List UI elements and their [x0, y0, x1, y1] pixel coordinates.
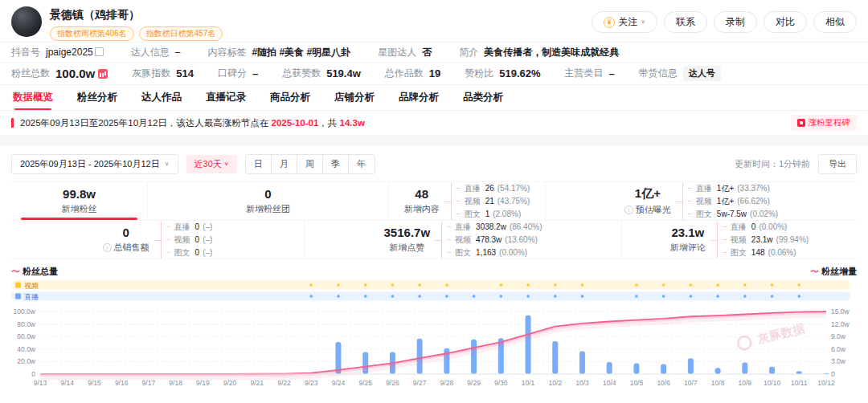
tab-category-analysis[interactable]: 品类分析	[463, 85, 503, 110]
svg-text:9/13: 9/13	[34, 379, 47, 387]
filter-controls: 2025年09月13日 - 2025年10月12日 ∨ 近30天 ∨ 日 月 周…	[11, 153, 857, 174]
svg-text:9/20: 9/20	[223, 379, 237, 387]
svg-text:3.0w: 3.0w	[831, 357, 846, 365]
period-year[interactable]: 年	[349, 155, 375, 173]
export-button[interactable]: 导出	[818, 154, 857, 174]
svg-text:10/9: 10/9	[739, 379, 752, 387]
milestone-button[interactable]: 涨粉里程碑	[791, 115, 858, 131]
compare-button[interactable]: 对比	[764, 11, 807, 33]
card-new-likes[interactable]: 3516.7w新增点赞 直播3038.2w(86.40%) 视频478.3w(1…	[305, 221, 622, 258]
key-stats-row: 粉丝总数100.0w 灰豚指数514 口碑分– 总获赞数519.4w 总作品数1…	[0, 63, 868, 85]
record-button[interactable]: 录制	[714, 11, 757, 33]
peak-date: 2025-10-01	[272, 118, 319, 128]
period-month[interactable]: 月	[272, 155, 297, 173]
bio-text: 美食传播者，制造美味成就经典	[484, 47, 619, 58]
period-day[interactable]: 日	[246, 155, 272, 173]
chevron-down-icon: ∨	[165, 161, 170, 166]
peak-value: 14.3w	[340, 118, 365, 128]
fans-total: 100.0w	[55, 67, 95, 80]
svg-text:9/30: 9/30	[494, 379, 508, 387]
tab-live-records[interactable]: 直播记录	[206, 85, 246, 110]
card-new-fans[interactable]: 99.8w新增粉丝	[11, 182, 148, 220]
similar-button[interactable]: 相似	[813, 11, 857, 33]
card-total-sales[interactable]: 0总销售额 直播0(–) 视频0(–) 图文0(–)	[11, 221, 305, 258]
svg-text:9/22: 9/22	[277, 379, 291, 387]
chart-left-title: 粉丝总量	[23, 267, 58, 276]
svg-text:40.0w: 40.0w	[17, 345, 36, 353]
chart-right-title: 粉丝增量	[821, 267, 857, 276]
tab-data-overview[interactable]: 数据概览	[13, 85, 53, 110]
svg-text:视频: 视频	[24, 282, 39, 290]
svg-text:6.0w: 6.0w	[831, 345, 846, 353]
contact-button[interactable]: 联系	[664, 11, 707, 33]
svg-text:10/8: 10/8	[711, 379, 725, 387]
svg-text:9/29: 9/29	[467, 379, 481, 387]
info-icon	[624, 206, 633, 214]
svg-text:直播: 直播	[24, 293, 39, 301]
period-quarter[interactable]: 季	[323, 155, 349, 173]
svg-text:9/17: 9/17	[142, 379, 156, 387]
svg-text:10/6: 10/6	[657, 379, 670, 387]
fans-rank-icon[interactable]	[98, 69, 108, 79]
notice-marker	[11, 118, 14, 128]
profile-header: 景德镇（鸡排哥） 指数榜周榜第406名 指数榜日榜第457名 ♛ 关注 ∨ 联系…	[0, 0, 868, 42]
metric-cards: 99.8w新增粉丝 0新增粉丝团 48新增内容 直播26(54.17%) 视频2…	[11, 181, 857, 259]
card-new-fanclub[interactable]: 0新增粉丝团	[148, 182, 389, 220]
quick-range-selector[interactable]: 近30天 ∨	[186, 155, 237, 173]
tab-creator-works[interactable]: 达人作品	[141, 85, 182, 110]
card-estimated-exposure[interactable]: 1亿+预估曝光 直播1亿+(33.37%) 视频1亿+(66.62%) 图文5w…	[546, 182, 857, 220]
avatar	[11, 6, 42, 37]
svg-text:12.0w: 12.0w	[831, 320, 850, 328]
tab-product-analysis[interactable]: 商品分析	[270, 85, 310, 110]
account-name: 景德镇（鸡排哥）	[50, 8, 223, 22]
svg-text:100.0w: 100.0w	[14, 307, 36, 315]
svg-text:9/16: 9/16	[115, 379, 129, 387]
copy-icon[interactable]	[96, 49, 104, 56]
svg-text:0: 0	[831, 370, 835, 378]
svg-text:10/7: 10/7	[684, 379, 698, 387]
info-icon	[103, 243, 112, 252]
chevron-down-icon: ∨	[641, 19, 645, 25]
chart-header: 〜粉丝总量 〜粉丝增量	[11, 266, 857, 278]
line-series-icon: 〜	[810, 267, 819, 276]
svg-text:9/18: 9/18	[169, 379, 182, 387]
follow-button[interactable]: ♛ 关注 ∨	[592, 11, 657, 33]
svg-text:0: 0	[31, 370, 35, 378]
rank-badge-week: 指数榜周榜第406名	[50, 26, 134, 41]
svg-text:9/27: 9/27	[413, 379, 427, 387]
svg-text:10/12: 10/12	[817, 379, 835, 387]
milestone-icon	[797, 119, 805, 127]
svg-text:灰豚数据: 灰豚数据	[755, 321, 807, 346]
chevron-down-icon: ∨	[224, 161, 229, 166]
svg-text:10/10: 10/10	[764, 379, 781, 387]
svg-text:9/19: 9/19	[196, 379, 210, 387]
svg-text:9/26: 9/26	[386, 379, 399, 387]
card-new-comments[interactable]: 23.1w新增评论 直播0(0.00%) 视频23.1w(99.94%) 图文1…	[622, 221, 857, 258]
tab-shop-analysis[interactable]: 店铺分析	[334, 85, 375, 110]
tab-brand-analysis[interactable]: 品牌分析	[399, 85, 439, 110]
fans-chart[interactable]: 视频直播0020.0w3.0w40.0w6.0w60.0w9.0w80.0w12…	[11, 279, 857, 393]
period-week[interactable]: 周	[297, 155, 323, 173]
card-new-content[interactable]: 48新增内容 直播26(54.17%) 视频21(43.75%) 图文1(2.0…	[389, 182, 546, 220]
svg-text:10/2: 10/2	[548, 379, 562, 387]
crown-icon: ♛	[604, 17, 615, 28]
line-series-icon: 〜	[11, 267, 20, 276]
seller-type-tag: 达人号	[683, 66, 721, 81]
svg-text:15.0w: 15.0w	[831, 307, 850, 315]
svg-text:9/23: 9/23	[305, 379, 318, 387]
svg-text:10/3: 10/3	[575, 379, 589, 387]
svg-text:9/21: 9/21	[251, 379, 264, 387]
section-divider	[0, 135, 868, 146]
svg-text:10/4: 10/4	[603, 379, 616, 387]
rank-badge-day: 指数榜日榜第457名	[139, 26, 223, 41]
svg-text:9/14: 9/14	[60, 379, 74, 387]
douyin-id: jpaige2025	[46, 47, 93, 58]
tab-fans-analysis[interactable]: 粉丝分析	[77, 85, 117, 110]
total-posts: 19	[429, 67, 440, 79]
updated-time: 更新时间：1分钟前	[735, 158, 810, 170]
period-segments: 日 月 周 季 年	[245, 154, 375, 174]
svg-text:10/5: 10/5	[630, 379, 644, 387]
overview-panel: 2025年09月13日 - 2025年10月12日 ∨ 近30天 ∨ 日 月 周…	[0, 146, 868, 397]
date-range-picker[interactable]: 2025年09月13日 - 2025年10月12日 ∨	[11, 154, 178, 174]
svg-text:60.0w: 60.0w	[17, 332, 36, 340]
